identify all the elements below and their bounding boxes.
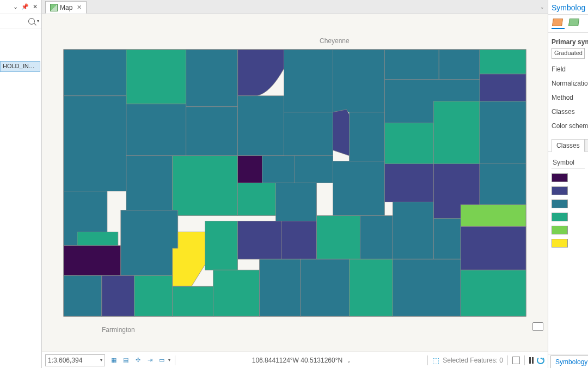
classes-panel: Symbol <box>548 152 588 354</box>
class-swatch-row[interactable] <box>552 184 585 197</box>
svg-rect-46 <box>134 275 173 316</box>
map-tab-strip: Map ✕ ⌄ <box>42 0 548 14</box>
pin-icon[interactable]: 📌 <box>21 3 29 11</box>
svg-rect-11 <box>64 96 126 191</box>
svg-rect-43 <box>461 226 526 270</box>
status-coords[interactable]: 106.8441124°W 40.5131260°N ⌄ <box>180 357 423 364</box>
divider <box>427 355 428 365</box>
classes-row[interactable]: Classes <box>548 105 588 119</box>
divider <box>175 355 175 365</box>
svg-rect-15 <box>284 112 333 161</box>
svg-rect-38 <box>281 221 317 259</box>
swatch-2 <box>552 186 568 195</box>
svg-rect-9 <box>480 74 526 101</box>
map-tab-close-icon[interactable]: ✕ <box>77 4 82 11</box>
field-row[interactable]: Field <box>548 62 588 76</box>
pause-icon[interactable] <box>529 357 534 364</box>
grid-icon[interactable]: ▦ <box>108 355 119 366</box>
class-swatch-row[interactable] <box>552 210 585 224</box>
svg-rect-3 <box>186 50 238 107</box>
svg-rect-34 <box>64 245 121 275</box>
vary-symbology-icon[interactable] <box>568 18 581 29</box>
coord-dropdown-icon[interactable]: ⌄ <box>347 358 351 364</box>
svg-rect-42 <box>433 218 461 259</box>
svg-rect-19 <box>480 101 526 164</box>
svg-rect-2 <box>126 50 186 104</box>
measure-icon[interactable]: ⇥ <box>144 355 155 366</box>
svg-rect-52 <box>393 259 461 316</box>
extent-icon[interactable] <box>512 357 520 364</box>
divider <box>524 355 525 365</box>
contents-pane: ⌄ 📌 ✕ ▾ HOLD_INCO… <box>0 0 42 368</box>
svg-rect-37 <box>238 221 281 259</box>
divider <box>507 355 508 365</box>
symbology-subtabs: Classes Hi <box>548 138 588 152</box>
svg-rect-4 <box>284 50 333 112</box>
chevron-down-icon[interactable]: ⌄ <box>11 3 20 11</box>
symbology-title: Symbolog <box>548 0 588 15</box>
search-dropdown-icon[interactable]: ▾ <box>37 19 39 23</box>
symbology-type-combo[interactable]: Graduated Co <box>552 48 585 59</box>
class-swatch-row[interactable] <box>552 237 585 250</box>
svg-rect-40 <box>360 215 393 259</box>
symbology-mode-icons <box>548 15 588 33</box>
scale-dropdown-icon: ▾ <box>100 358 102 363</box>
class-swatch-row[interactable] <box>552 197 585 210</box>
search-icon <box>28 18 35 25</box>
class-swatch-row[interactable] <box>552 224 585 237</box>
table-icon[interactable]: ▤ <box>120 355 131 366</box>
layout-icon[interactable]: ▭ <box>156 355 167 366</box>
swatch-3 <box>552 200 568 208</box>
right-footer-tabs: Symbology <box>548 354 588 368</box>
svg-rect-16 <box>349 112 384 161</box>
svg-rect-8 <box>480 50 526 74</box>
app-root: ⌄ 📌 ✕ ▾ HOLD_INCO… Map ✕ ⌄ Cheyenne Farm… <box>0 0 588 368</box>
svg-rect-5 <box>333 50 384 112</box>
swatch-4 <box>552 213 568 221</box>
snap-icon[interactable]: ✢ <box>132 355 143 366</box>
svg-rect-12 <box>126 104 186 156</box>
svg-rect-50 <box>300 259 349 316</box>
selected-features-label: Selected Features: 0 <box>443 357 503 364</box>
selection-icon[interactable]: ⬚ <box>432 356 439 365</box>
svg-rect-21 <box>173 156 238 216</box>
primary-symbology-icon[interactable] <box>552 18 565 29</box>
svg-rect-39 <box>316 215 360 259</box>
svg-rect-48 <box>213 270 260 316</box>
map-viewport[interactable]: Cheyenne Farmington <box>42 14 548 352</box>
svg-rect-30 <box>480 164 526 205</box>
svg-rect-35 <box>121 210 178 275</box>
map-icon <box>50 4 58 11</box>
folder-icon[interactable] <box>532 322 543 331</box>
svg-rect-1 <box>64 50 126 96</box>
method-row[interactable]: Method <box>548 91 588 105</box>
tab-histogram[interactable]: Hi <box>585 139 588 152</box>
svg-rect-26 <box>295 156 333 183</box>
svg-rect-41 <box>393 202 433 259</box>
svg-rect-6 <box>384 50 439 80</box>
tools-dropdown-icon[interactable]: ▾ <box>168 358 170 363</box>
primary-symbology-label: Primary sym <box>548 33 588 48</box>
contents-search[interactable]: ▾ <box>0 14 41 28</box>
refresh-icon[interactable] <box>537 357 544 364</box>
svg-rect-13 <box>186 107 238 156</box>
status-right: ⬚ Selected Features: 0 <box>432 355 544 365</box>
footer-tab-symbology[interactable]: Symbology <box>550 355 588 368</box>
svg-rect-49 <box>260 259 301 316</box>
svg-rect-25 <box>276 183 317 221</box>
map-tab[interactable]: Map ✕ <box>45 1 87 14</box>
map-pane: Map ✕ ⌄ Cheyenne Farmington <box>42 0 548 368</box>
close-icon[interactable]: ✕ <box>30 3 39 11</box>
class-swatch-row[interactable] <box>552 171 585 184</box>
svg-rect-23 <box>238 183 276 216</box>
scale-combo[interactable]: 1:3,606,394 ▾ <box>45 354 105 366</box>
contents-header: ⌄ 📌 ✕ <box>0 0 41 14</box>
svg-rect-51 <box>349 259 393 316</box>
color-scheme-row[interactable]: Color scheme <box>548 119 588 133</box>
toc-layer-household-income[interactable]: HOLD_INCO… <box>0 61 40 72</box>
tab-classes[interactable]: Classes <box>552 139 585 152</box>
normalization-row[interactable]: Normalization <box>548 76 588 91</box>
svg-rect-53 <box>461 270 526 316</box>
tabstrip-chevron-icon[interactable]: ⌄ <box>540 4 544 10</box>
svg-rect-22 <box>238 156 262 183</box>
